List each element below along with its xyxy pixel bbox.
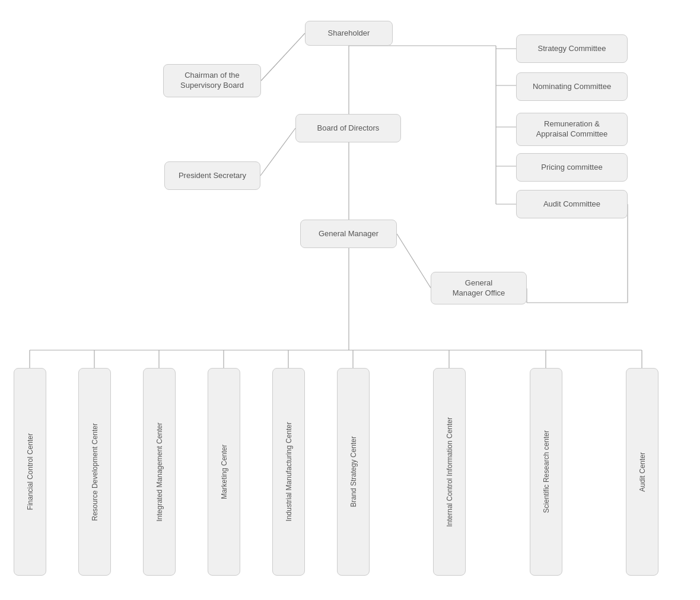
strategy-committee-node: Strategy Committee <box>516 34 628 63</box>
internal-control-information-center-node: Internal Control Information Center <box>433 368 466 576</box>
general-manager-node: General Manager <box>300 220 397 248</box>
general-manager-office-node: GeneralManager Office <box>431 272 527 304</box>
nominating-committee-node: Nominating Committee <box>516 72 628 101</box>
svg-line-0 <box>261 33 305 81</box>
shareholder-node: Shareholder <box>305 21 393 46</box>
svg-line-9 <box>260 128 295 176</box>
org-chart: Shareholder Chairman of theSupervisory B… <box>0 0 700 600</box>
board-node: Board of Directors <box>295 114 401 142</box>
pricing-committee-node: Pricing committee <box>516 153 628 182</box>
remuneration-committee-node: Remuneration &Appraisal Committee <box>516 113 628 146</box>
scientific-research-center-node: Scientific Research center <box>530 368 562 576</box>
resource-development-center-node: Resource Development Center <box>78 368 111 576</box>
industrial-manufacturing-center-node: Industrial Manufacturing Center <box>272 368 305 576</box>
audit-committee-node: Audit Committee <box>516 190 628 218</box>
marketing-center-node: Marketing Center <box>208 368 240 576</box>
president-secretary-node: President Secretary <box>164 161 260 190</box>
financial-control-center-node: Financial Control Center <box>14 368 46 576</box>
integrated-management-center-node: Integrated Management Center <box>143 368 176 576</box>
audit-center-node: Audit Center <box>626 368 658 576</box>
brand-strategy-center-node: Brand Strategy Center <box>337 368 370 576</box>
svg-line-11 <box>397 234 431 288</box>
chairman-node: Chairman of theSupervisory Board <box>163 64 261 97</box>
